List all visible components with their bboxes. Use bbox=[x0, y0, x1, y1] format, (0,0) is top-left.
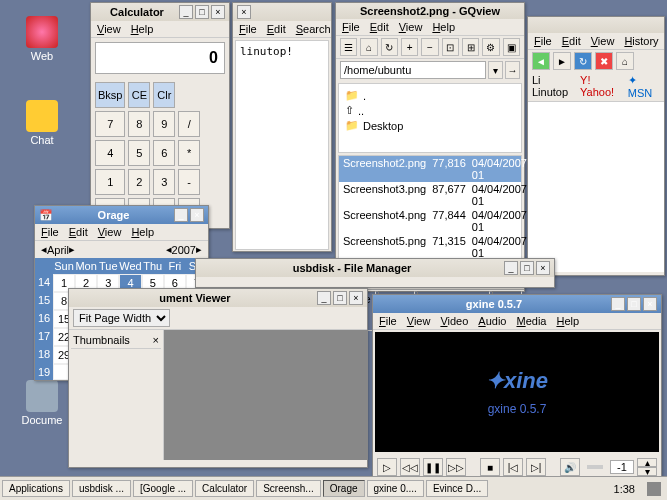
close-button[interactable]: × bbox=[211, 5, 225, 19]
calc-button-3[interactable]: 3 bbox=[153, 169, 175, 195]
menu-media[interactable]: Media bbox=[516, 315, 546, 327]
menu-help[interactable]: Help bbox=[432, 21, 455, 33]
menu-view[interactable]: View bbox=[407, 315, 431, 327]
prev-button[interactable]: |◁ bbox=[503, 458, 523, 476]
desktop-icon-web[interactable]: Web bbox=[18, 16, 66, 62]
filemanager-titlebar[interactable]: usbdisk - File Manager _ □ × bbox=[196, 259, 554, 277]
menu-view[interactable]: View bbox=[591, 35, 615, 47]
minimize-button[interactable]: _ bbox=[504, 261, 518, 275]
menu-file[interactable]: File bbox=[534, 35, 552, 47]
gxine-titlebar[interactable]: gxine 0.5.7 _ □ × bbox=[373, 295, 661, 313]
calc-button-bksp[interactable]: Bksp bbox=[95, 82, 125, 108]
browser-titlebar[interactable] bbox=[528, 17, 664, 33]
float-icon[interactable]: ▣ bbox=[503, 38, 520, 56]
calc-button-8[interactable]: 8 bbox=[128, 111, 150, 137]
menu-file[interactable]: File bbox=[342, 21, 360, 33]
pause-button[interactable]: ❚❚ bbox=[423, 458, 443, 476]
close-button[interactable]: × bbox=[536, 261, 550, 275]
ffwd-button[interactable]: ▷▷ bbox=[446, 458, 466, 476]
reload-icon[interactable]: ↻ bbox=[574, 52, 592, 70]
task-google[interactable]: [Google ... bbox=[133, 480, 193, 497]
menu-search[interactable]: Search bbox=[296, 23, 331, 35]
calc-button-9[interactable]: 9 bbox=[153, 111, 175, 137]
desktop-icon-documents[interactable]: Docume bbox=[18, 380, 66, 426]
evince-titlebar[interactable]: ument Viewer _ □ × bbox=[69, 289, 367, 307]
stop-button[interactable]: ■ bbox=[480, 458, 500, 476]
clock[interactable]: 1:38 bbox=[608, 483, 641, 495]
gqview-titlebar[interactable]: Screenshot2.png - GQview bbox=[336, 3, 524, 19]
maximize-button[interactable]: □ bbox=[627, 297, 641, 311]
zoom-select[interactable]: Fit Page Width bbox=[73, 309, 170, 327]
menu-file[interactable]: File bbox=[379, 315, 397, 327]
file-row[interactable]: Screenshot3.png87,67704/04/2007 01 bbox=[339, 182, 521, 208]
file-row[interactable]: Screenshot2.png77,81604/04/2007 01 bbox=[339, 156, 521, 182]
close-button[interactable]: × bbox=[349, 291, 363, 305]
menu-edit[interactable]: Edit bbox=[562, 35, 581, 47]
volume-icon[interactable]: 🔊 bbox=[560, 458, 580, 476]
task-gxine[interactable]: gxine 0.... bbox=[367, 480, 424, 497]
editor-textarea[interactable]: linutop! bbox=[235, 40, 329, 250]
calc-button-clr[interactable]: Clr bbox=[153, 82, 175, 108]
path-go-button[interactable]: → bbox=[505, 61, 520, 79]
menu-edit[interactable]: Edit bbox=[267, 23, 286, 35]
bookmark-yahoo[interactable]: Y! Yahoo! bbox=[580, 74, 622, 99]
menu-help[interactable]: Help bbox=[556, 315, 579, 327]
minimize-button[interactable]: _ bbox=[317, 291, 331, 305]
close-button[interactable]: × bbox=[237, 5, 251, 19]
menu-file[interactable]: File bbox=[239, 23, 257, 35]
home-icon[interactable]: ⌂ bbox=[616, 52, 634, 70]
calc-button-2[interactable]: 2 bbox=[128, 169, 150, 195]
menu-edit[interactable]: Edit bbox=[69, 226, 88, 238]
task-orage[interactable]: Orage bbox=[323, 480, 365, 497]
minimize-button[interactable]: _ bbox=[174, 208, 188, 222]
calc-button-4[interactable]: 4 bbox=[95, 140, 125, 166]
calc-button--[interactable]: - bbox=[178, 169, 200, 195]
zoom-fit-icon[interactable]: ⊡ bbox=[442, 38, 459, 56]
zoom-in-icon[interactable]: + bbox=[401, 38, 418, 56]
stop-icon[interactable]: ✖ bbox=[595, 52, 613, 70]
minimize-button[interactable]: _ bbox=[179, 5, 193, 19]
file-row[interactable]: Screenshot4.png77,84404/04/2007 01 bbox=[339, 208, 521, 234]
calc-button-ce[interactable]: CE bbox=[128, 82, 150, 108]
maximize-button[interactable]: □ bbox=[195, 5, 209, 19]
menu-video[interactable]: Video bbox=[440, 315, 468, 327]
gqview-folder-tree[interactable]: 📁. ⇧.. 📁Desktop bbox=[338, 83, 522, 153]
speed-down-button[interactable]: ▾ bbox=[637, 467, 657, 476]
calc-button-5[interactable]: 5 bbox=[128, 140, 150, 166]
back-icon[interactable]: ◄ bbox=[532, 52, 550, 70]
path-history-button[interactable]: ▾ bbox=[488, 61, 503, 79]
task-usbdisk[interactable]: usbdisk ... bbox=[72, 480, 131, 497]
rewind-button[interactable]: ◁◁ bbox=[400, 458, 420, 476]
close-button[interactable]: × bbox=[643, 297, 657, 311]
tray-icon[interactable] bbox=[647, 482, 661, 496]
task-calculator[interactable]: Calculator bbox=[195, 480, 254, 497]
refresh-icon[interactable]: ↻ bbox=[381, 38, 398, 56]
next-month-button[interactable]: ▸ bbox=[69, 243, 75, 256]
close-sidebar-icon[interactable]: × bbox=[153, 334, 159, 346]
bookmark-msn[interactable]: ✦ MSN bbox=[628, 74, 660, 99]
volume-slider[interactable] bbox=[587, 465, 603, 469]
menu-history[interactable]: History bbox=[624, 35, 658, 47]
play-button[interactable]: ▷ bbox=[377, 458, 397, 476]
menu-view[interactable]: View bbox=[97, 23, 121, 35]
calculator-titlebar[interactable]: Calculator _ □ × bbox=[91, 3, 229, 21]
maximize-button[interactable]: □ bbox=[520, 261, 534, 275]
menu-help[interactable]: Help bbox=[131, 23, 154, 35]
zoom-out-icon[interactable]: − bbox=[421, 38, 438, 56]
speed-input[interactable] bbox=[610, 460, 634, 474]
calc-button-1[interactable]: 1 bbox=[95, 169, 125, 195]
desktop-icon-chat[interactable]: Chat bbox=[18, 100, 66, 146]
path-input[interactable] bbox=[340, 61, 486, 79]
list-icon[interactable]: ☰ bbox=[340, 38, 357, 56]
orage-titlebar[interactable]: 📅 Orage _ × bbox=[35, 206, 208, 224]
config-icon[interactable]: ⚙ bbox=[482, 38, 499, 56]
applications-menu[interactable]: Applications bbox=[2, 480, 70, 497]
calc-button-7[interactable]: 7 bbox=[95, 111, 125, 137]
task-screenshot[interactable]: Screensh... bbox=[256, 480, 321, 497]
minimize-button[interactable]: _ bbox=[611, 297, 625, 311]
close-button[interactable]: × bbox=[190, 208, 204, 222]
menu-file[interactable]: File bbox=[41, 226, 59, 238]
menu-view[interactable]: View bbox=[399, 21, 423, 33]
task-evince[interactable]: Evince D... bbox=[426, 480, 488, 497]
menu-view[interactable]: View bbox=[98, 226, 122, 238]
